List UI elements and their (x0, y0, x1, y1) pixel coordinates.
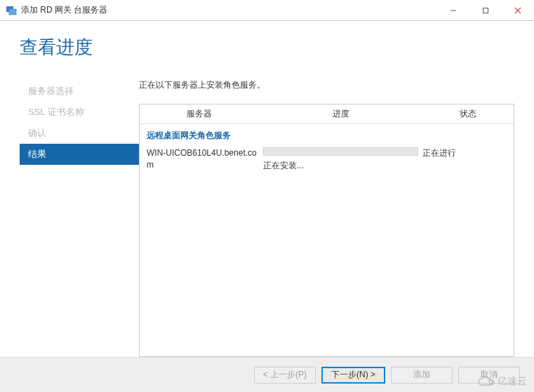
content-row: 服务器选择 SSL 证书名称 确认 结果 正在以下服务器上安装角色服务。 服务器… (20, 79, 514, 357)
window-title: 添加 RD 网关 台服务器 (21, 4, 437, 16)
panel-intro: 正在以下服务器上安装角色服务。 (139, 79, 514, 91)
titlebar: 添加 RD 网关 台服务器 (0, 0, 534, 21)
minimize-button[interactable] (437, 0, 469, 20)
step-confirm: 确认 (20, 123, 139, 144)
section-title: 远程桌面网关角色服务 (140, 124, 514, 144)
col-header-status: 状态 (422, 108, 514, 120)
results-panel: 服务器 进度 状态 远程桌面网关角色服务 WIN-UICOB610L4U.ben… (139, 104, 514, 357)
window-controls (437, 0, 534, 20)
main-content: 查看进度 服务器选择 SSL 证书名称 确认 结果 正在以下服务器上安装角色服务… (0, 21, 534, 357)
step-ssl-cert: SSL 证书名称 (20, 102, 139, 123)
progress-cell: 正在安装... (259, 147, 422, 172)
cancel-button[interactable]: 取消 (458, 367, 520, 384)
svg-rect-1 (9, 9, 16, 15)
step-server-select: 服务器选择 (20, 81, 139, 102)
progress-text: 正在安装... (263, 160, 418, 172)
app-icon (6, 5, 17, 16)
table-header: 服务器 进度 状态 (140, 104, 514, 124)
next-button[interactable]: 下一步(N) > (321, 367, 385, 384)
bottom-bar: < 上一步(P) 下一步(N) > 添加 取消 (0, 357, 534, 392)
wizard-steps: 服务器选择 SSL 证书名称 确认 结果 (20, 79, 139, 357)
maximize-button[interactable] (469, 0, 502, 20)
svg-rect-3 (483, 8, 488, 13)
status-text: 正在进行 (422, 147, 507, 159)
close-button[interactable] (502, 0, 534, 20)
step-results: 结果 (20, 144, 139, 165)
panel-wrap: 正在以下服务器上安装角色服务。 服务器 进度 状态 远程桌面网关角色服务 WIN… (139, 79, 514, 357)
page-heading: 查看进度 (20, 35, 514, 60)
add-button[interactable]: 添加 (391, 367, 453, 384)
table-row: WIN-UICOB610L4U.benet.com 正在安装... 正在进行 (140, 144, 514, 175)
col-header-progress: 进度 (259, 108, 422, 120)
server-name: WIN-UICOB610L4U.benet.com (147, 147, 259, 171)
col-header-server: 服务器 (140, 108, 259, 120)
prev-button[interactable]: < 上一步(P) (254, 367, 316, 384)
progress-bar (263, 147, 418, 156)
